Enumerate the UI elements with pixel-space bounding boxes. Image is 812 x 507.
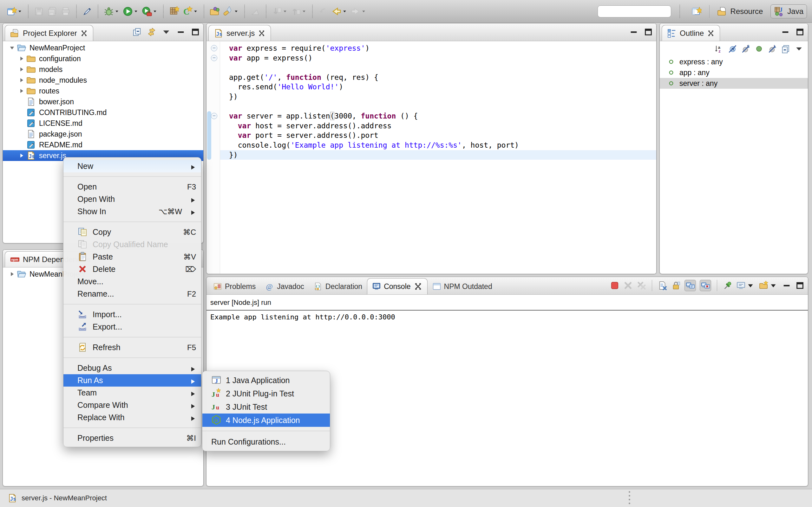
pin-console-button[interactable]: [723, 281, 732, 290]
menu-item-open[interactable]: OpenF3: [63, 181, 201, 193]
outline-item-app-any[interactable]: app : any: [660, 67, 808, 78]
menu-item-copy[interactable]: Copy⌘C: [63, 226, 201, 238]
explorer-item-routes[interactable]: routes: [3, 86, 203, 96]
collapse-all-button[interactable]: [132, 27, 142, 37]
perspective-java-button[interactable]: J Java: [770, 4, 807, 18]
fold-marker-icon[interactable]: −: [211, 113, 217, 119]
view-menu-button[interactable]: [161, 27, 171, 37]
explorer-item-package-json[interactable]: package.json: [3, 129, 203, 139]
scroll-lock-button[interactable]: [671, 281, 681, 290]
tab-problems[interactable]: Problems: [208, 279, 260, 294]
tab-javadoc[interactable]: @Javadoc: [260, 279, 309, 294]
new-java-project-button[interactable]: [167, 5, 181, 18]
maximize-button[interactable]: [191, 27, 200, 37]
menu-item-debug-as[interactable]: Debug As: [63, 362, 201, 374]
expand-toggle[interactable]: [17, 66, 26, 72]
menu-item-paste[interactable]: Paste⌘V: [63, 250, 201, 263]
minimize-button[interactable]: [629, 27, 639, 37]
close-icon[interactable]: [414, 282, 422, 291]
menu-item-new[interactable]: New: [63, 160, 201, 172]
code-editor[interactable]: var express = require('express')var app …: [220, 42, 656, 274]
menu-item-move[interactable]: Move...: [63, 275, 201, 288]
expand-toggle[interactable]: [17, 88, 26, 94]
new-wizard-button[interactable]: [5, 5, 24, 18]
explorer-item-license-md[interactable]: LICENSE.md: [3, 118, 203, 129]
debug-button[interactable]: [102, 5, 121, 18]
expand-toggle[interactable]: [7, 45, 17, 51]
close-icon[interactable]: [80, 30, 88, 37]
display-console-button[interactable]: [736, 281, 755, 290]
expand-toggle[interactable]: [17, 55, 26, 62]
open-type-button[interactable]: [208, 5, 221, 18]
pages-min-button[interactable]: [781, 44, 790, 53]
submenu-item-1-java-application[interactable]: J1 Java Application: [202, 374, 330, 387]
explorer-item-node-modules[interactable]: node_modules: [3, 75, 203, 86]
outline-item-server-any[interactable]: server : any: [660, 78, 808, 89]
minimize-button[interactable]: [782, 281, 792, 290]
show-stderr-button[interactable]: [700, 280, 711, 291]
back-button[interactable]: [330, 5, 349, 18]
submenu-item-run-configurations[interactable]: Run Configurations...: [202, 435, 330, 448]
link-editor-button[interactable]: [147, 27, 156, 37]
run-button[interactable]: [121, 5, 140, 18]
tab-outline[interactable]: Outline: [662, 25, 720, 41]
explorer-item-models[interactable]: models: [3, 64, 203, 75]
tab-console[interactable]: Console: [367, 278, 427, 294]
menu-item-refresh[interactable]: RefreshF5: [63, 341, 201, 354]
explorer-item-bower-json[interactable]: bower.json: [3, 96, 203, 107]
menu-item-team[interactable]: Team: [63, 387, 201, 399]
outline-item-express-any[interactable]: express : any: [660, 56, 808, 67]
menu-item-delete[interactable]: Delete⌦: [63, 263, 201, 275]
hide-static-button[interactable]: S: [741, 44, 750, 53]
pen-button[interactable]: [81, 5, 94, 18]
quick-access-input[interactable]: [598, 5, 671, 17]
tab-project-explorer[interactable]: Project Explorer: [5, 25, 93, 41]
hide-r-button[interactable]: R: [728, 44, 737, 53]
submenu-item-4-node-js-application[interactable]: js4 Node.js Application: [202, 413, 330, 427]
fold-marker-icon[interactable]: −: [211, 45, 217, 51]
minimize-button[interactable]: [176, 27, 186, 37]
close-icon[interactable]: [258, 30, 265, 37]
clear-console-button[interactable]: [658, 281, 667, 290]
menu-item-open-with[interactable]: Open With: [63, 193, 201, 205]
close-icon[interactable]: [707, 30, 715, 37]
maximize-button[interactable]: [795, 27, 805, 37]
fold-marker-icon[interactable]: −: [211, 55, 217, 61]
show-stdout-button[interactable]: [684, 280, 696, 291]
expand-toggle[interactable]: [7, 271, 17, 277]
tab-npm-outdated[interactable]: NPM Outdated: [427, 279, 497, 294]
explorer-item-readme-md[interactable]: README.md: [3, 139, 203, 150]
expand-toggle[interactable]: [17, 153, 26, 159]
menu-item-show-in[interactable]: Show In⌥⌘W: [63, 205, 201, 218]
menu-item-rename[interactable]: Rename...F2: [63, 288, 201, 300]
run-external-button[interactable]: [140, 5, 159, 18]
fields-dot-button[interactable]: [755, 44, 763, 53]
expand-toggle[interactable]: [17, 77, 26, 83]
new-wizard-c-button[interactable]: C: [181, 5, 200, 18]
terminate-button[interactable]: [610, 281, 619, 290]
open-perspective-button[interactable]: [688, 5, 705, 18]
perspective-resource-button[interactable]: Resource: [714, 5, 766, 18]
menu-item-run-as[interactable]: Run As: [63, 374, 201, 387]
menu-item-properties[interactable]: Properties⌘I: [63, 432, 201, 444]
maximize-button[interactable]: [795, 281, 805, 290]
menu-item-export[interactable]: Export...: [63, 321, 201, 333]
view-menu-button[interactable]: [795, 44, 803, 53]
sort-az-button[interactable]: az: [715, 44, 723, 53]
search-flashlight-button[interactable]: [221, 5, 241, 18]
sash-handle[interactable]: [629, 491, 630, 504]
editor-ruler[interactable]: −−−: [206, 42, 220, 274]
explorer-item-configuration[interactable]: configuration: [3, 53, 203, 64]
maximize-button[interactable]: [644, 27, 653, 37]
menu-item-replace-with[interactable]: Replace With: [63, 411, 201, 424]
tab-server-js[interactable]: Js server.js: [208, 25, 271, 41]
minimize-button[interactable]: [780, 27, 790, 37]
open-console-button[interactable]: [759, 281, 778, 290]
menu-item-compare-with[interactable]: Compare With: [63, 399, 201, 411]
explorer-item-newmeanproject[interactable]: NewMeanProject: [3, 43, 203, 53]
menu-item-import[interactable]: Import...: [63, 308, 201, 321]
submenu-item-2-junit-plug-in-test[interactable]: Ju2 JUnit Plug-in Test: [202, 387, 330, 400]
explorer-item-contributing-md[interactable]: CONTRIBUTING.md: [3, 107, 203, 118]
hide-local-button[interactable]: L: [768, 44, 777, 53]
submenu-item-3-junit-test[interactable]: Ju3 JUnit Test: [202, 400, 330, 413]
